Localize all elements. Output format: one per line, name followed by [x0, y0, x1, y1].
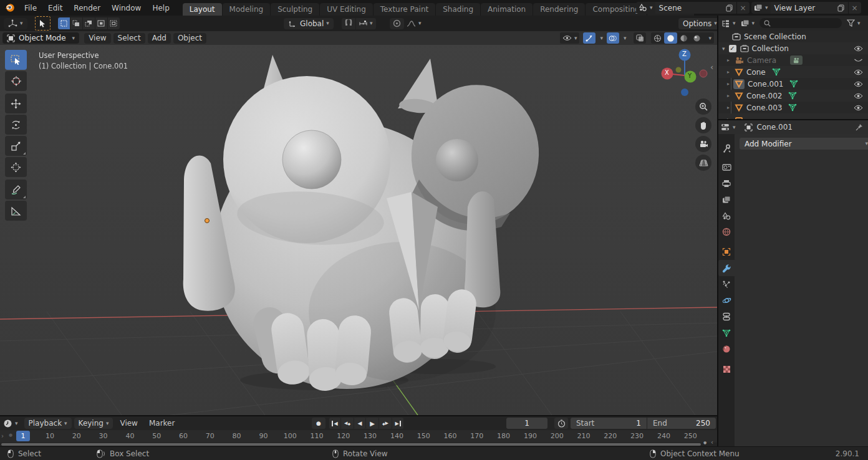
mesh-data-icon[interactable] [789, 80, 798, 88]
tool-scale[interactable] [5, 136, 27, 156]
tool-rotate[interactable] [5, 115, 27, 135]
ortho-toggle-button[interactable] [695, 155, 711, 171]
timeline-menu-view[interactable]: View [114, 416, 143, 430]
view-layer-browse-button[interactable]: ▾ [751, 2, 771, 14]
snap-settings-dropdown[interactable]: ▾ [356, 18, 376, 29]
workspace-tab-sculpting[interactable]: Sculpting [271, 3, 319, 16]
sidebar-expand-arrow[interactable]: ‹ [710, 62, 713, 72]
outliner-row-cone-002[interactable]: ▸ Cone.002 [718, 90, 868, 102]
hide-toggle[interactable] [854, 105, 863, 111]
prev-keyframe-button[interactable]: ◀◆ [341, 418, 354, 429]
viewport-menu-select[interactable]: Select [113, 33, 145, 44]
snap-toggle-button[interactable] [342, 18, 355, 29]
outliner-display-mode-button[interactable]: ▾ [741, 19, 755, 27]
workspace-tab-shading[interactable]: Shading [436, 3, 480, 16]
tab-tool[interactable] [718, 140, 735, 156]
proportional-falloff-dropdown[interactable]: ▾ [404, 18, 424, 29]
properties-breadcrumb[interactable]: Cone.001 [745, 123, 793, 132]
timeline-menu-marker[interactable]: Marker [143, 416, 180, 430]
new-view-layer-icon[interactable] [837, 4, 844, 12]
select-mode-invert-button[interactable] [95, 17, 107, 29]
outliner-search-input[interactable] [760, 18, 842, 28]
tab-particles[interactable] [718, 276, 735, 292]
next-keyframe-button[interactable]: ◆▶ [379, 418, 392, 429]
auto-keying-record-button[interactable]: ● [312, 418, 326, 429]
tab-material[interactable] [718, 341, 735, 357]
timeline-menu-keying[interactable]: Keying ▾ [74, 418, 113, 429]
expand-arrow-icon[interactable]: ▸ [727, 117, 730, 119]
tab-world[interactable] [718, 224, 735, 240]
active-tool-indicator[interactable] [35, 16, 51, 31]
expand-arrow-icon[interactable]: ▾ [722, 46, 725, 52]
outliner-filter-button[interactable]: ▾ [847, 19, 861, 27]
show-overlays-toggle[interactable] [607, 32, 619, 44]
hide-toggle[interactable] [854, 69, 863, 75]
select-mode-intersect-button[interactable] [108, 17, 120, 29]
zoom-button[interactable] [695, 98, 711, 115]
select-mode-extend-button[interactable] [70, 17, 82, 29]
properties-editor-type-button[interactable]: ▾ [721, 123, 736, 132]
tab-constraints[interactable] [718, 309, 735, 325]
shading-dropdown[interactable]: ▾ [703, 36, 714, 41]
timeline-ruler[interactable]: › ● 1 1020304050607080901001101201301401… [0, 430, 717, 443]
frame-end-field[interactable]: End 250 [647, 418, 716, 429]
jump-to-start-button[interactable]: ◀ [329, 418, 341, 429]
shading-material-button[interactable] [677, 34, 690, 42]
tab-modifiers[interactable] [718, 260, 735, 276]
tab-view-layer[interactable] [718, 191, 735, 208]
mode-selector[interactable]: Object Mode ▾ [2, 32, 79, 44]
timeline-editor-type-button[interactable]: ▾ [3, 419, 18, 428]
frame-start-field[interactable]: Start 1 [571, 418, 647, 429]
blender-logo[interactable] [0, 3, 19, 12]
hide-toggle[interactable] [854, 57, 863, 64]
view-layer-name-field[interactable]: View Layer [771, 2, 848, 14]
navigation-gizmo[interactable]: Z X Y [660, 47, 710, 98]
shading-rendered-button[interactable] [690, 34, 703, 42]
viewport-canvas[interactable] [0, 31, 717, 415]
overlays-dropdown[interactable]: ▾ [619, 36, 629, 41]
camera-data-icon[interactable] [790, 55, 803, 65]
outliner-row-cone[interactable]: ▸ Cone [718, 66, 868, 78]
menu-file[interactable]: File [19, 0, 42, 16]
outliner-row-collection[interactable]: ▾ ✓ Collection [718, 42, 868, 54]
menu-edit[interactable]: Edit [42, 0, 68, 16]
proportional-editing-button[interactable] [390, 18, 404, 29]
expand-arrow-icon[interactable]: ▸ [727, 69, 730, 75]
tab-object-data[interactable] [718, 325, 735, 341]
hide-toggle[interactable] [854, 81, 863, 87]
shading-solid-button[interactable] [664, 32, 677, 44]
play-reverse-button[interactable]: ◀ [354, 418, 366, 429]
outliner-row-cone-001[interactable]: ▸ Cone.001 [718, 78, 868, 90]
mesh-data-icon[interactable] [788, 103, 797, 112]
hide-toggle[interactable] [854, 46, 863, 52]
viewport-menu-object[interactable]: Object [173, 33, 206, 44]
workspace-tab-rendering[interactable]: Rendering [533, 3, 585, 16]
hide-toggle[interactable] [854, 93, 863, 99]
select-mode-set-button[interactable] [58, 17, 70, 29]
timeline-scrollbar-thumb[interactable] [1, 443, 701, 446]
pan-button[interactable] [695, 117, 711, 133]
object-visibility-dropdown[interactable]: ▾ [560, 32, 580, 44]
play-button[interactable]: ▶ [366, 418, 379, 429]
viewport-menu-add[interactable]: Add [148, 33, 171, 44]
tab-render[interactable] [718, 159, 735, 175]
timeline-menu-playback[interactable]: Playback ▾ [24, 418, 72, 429]
expand-arrow-icon[interactable]: ▸ [727, 81, 730, 87]
menu-render[interactable]: Render [68, 0, 106, 16]
menu-window[interactable]: Window [106, 0, 147, 16]
tool-measure[interactable] [5, 201, 27, 221]
scene-browse-button[interactable]: ▾ [636, 2, 655, 14]
outliner-row-clipped[interactable]: ▸ [718, 113, 868, 119]
tab-physics[interactable] [718, 292, 735, 309]
add-modifier-dropdown[interactable]: Add Modifier ▾ [740, 138, 868, 150]
menu-help[interactable]: Help [147, 0, 175, 16]
editor-type-button[interactable]: ▾ [4, 18, 27, 29]
viewport-menu-view[interactable]: View [84, 33, 110, 44]
new-scene-icon[interactable] [726, 4, 733, 12]
outliner-row-camera[interactable]: ▸ Camera [718, 54, 868, 66]
options-dropdown[interactable]: Options ▾ [678, 18, 721, 29]
camera-view-button[interactable] [695, 136, 711, 152]
scrollbar-collapse-arrow[interactable]: ‹ [711, 439, 713, 446]
tab-object[interactable] [718, 244, 735, 260]
jump-to-end-button[interactable]: ▶ [392, 418, 403, 429]
